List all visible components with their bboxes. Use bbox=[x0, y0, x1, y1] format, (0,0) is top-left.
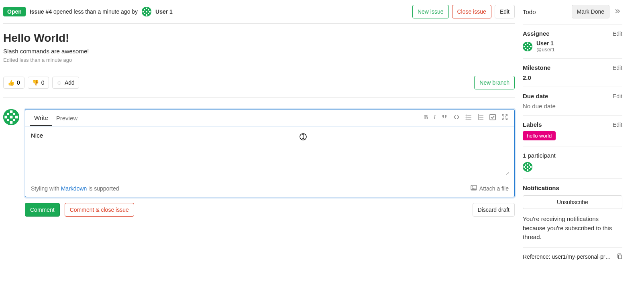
assignee-title: Assignee bbox=[523, 30, 550, 37]
comment-textarea[interactable]: Nice bbox=[30, 131, 509, 175]
code-icon[interactable] bbox=[453, 114, 460, 122]
due-date-title: Due date bbox=[523, 93, 548, 99]
status-badge: Open bbox=[3, 7, 26, 16]
reference-row: Reference: user1/my-personal-pr… bbox=[523, 248, 622, 260]
italic-icon[interactable]: I bbox=[434, 114, 436, 122]
issue-description: Slash commands are awesome! bbox=[3, 48, 515, 55]
svg-rect-26 bbox=[618, 255, 622, 259]
notifications-reason: You're receiving notifications because y… bbox=[523, 215, 622, 242]
styling-hint: Styling with Markdown is supported bbox=[31, 185, 119, 192]
quote-icon[interactable] bbox=[441, 114, 448, 122]
attach-file-button[interactable]: Attach a file bbox=[471, 184, 509, 192]
close-issue-button[interactable]: Close issue bbox=[452, 5, 491, 18]
author-name[interactable]: User 1 bbox=[155, 8, 173, 15]
new-issue-button[interactable]: New issue bbox=[412, 5, 449, 18]
unsubscribe-button[interactable]: Unsubscribe bbox=[523, 195, 622, 209]
edit-issue-button[interactable]: Edit bbox=[495, 5, 515, 18]
participant-avatar[interactable] bbox=[523, 162, 532, 172]
label-chip[interactable]: hello world bbox=[523, 131, 556, 140]
milestone-edit[interactable]: Edit bbox=[613, 65, 622, 71]
issue-title: Hello World! bbox=[3, 32, 515, 45]
svg-rect-11 bbox=[467, 115, 471, 116]
bold-icon[interactable]: B bbox=[424, 114, 428, 122]
svg-rect-17 bbox=[479, 117, 483, 118]
issue-ref: Issue #4 bbox=[30, 8, 52, 15]
svg-rect-21 bbox=[478, 118, 479, 120]
assignee-name: User 1 bbox=[536, 40, 555, 47]
tab-write[interactable]: Write bbox=[30, 109, 52, 126]
reference-text: Reference: user1/my-personal-pr… bbox=[523, 253, 611, 260]
issue-header: Open Issue #4 opened less than a minute … bbox=[3, 3, 515, 24]
opened-text: opened less than a minute ago by bbox=[53, 8, 138, 15]
svg-point-24 bbox=[472, 187, 473, 188]
task-list-icon[interactable] bbox=[489, 114, 496, 122]
assignee-edit[interactable]: Edit bbox=[613, 30, 622, 37]
labels-title: Labels bbox=[523, 121, 542, 128]
new-branch-button[interactable]: New branch bbox=[474, 76, 515, 89]
editor-toolbar: B I bbox=[424, 114, 509, 122]
svg-point-12 bbox=[466, 117, 467, 118]
svg-rect-18 bbox=[479, 119, 483, 120]
markdown-link[interactable]: Markdown bbox=[61, 185, 87, 192]
svg-rect-16 bbox=[479, 115, 483, 116]
labels-edit[interactable]: Edit bbox=[613, 122, 622, 128]
svg-rect-19 bbox=[478, 114, 479, 116]
copy-reference-icon[interactable] bbox=[617, 253, 622, 260]
smiley-icon: ☺ bbox=[57, 79, 62, 86]
bullet-list-icon[interactable] bbox=[465, 114, 472, 122]
numbered-list-icon[interactable] bbox=[477, 114, 484, 122]
assignee-value[interactable]: User 1 @user1 bbox=[523, 40, 622, 53]
reactions-row: 👍 0 👎 0 ☺ Add New branch bbox=[3, 70, 515, 98]
fullscreen-icon[interactable] bbox=[501, 114, 508, 122]
due-date-value: No due date bbox=[523, 103, 622, 109]
thumbs-down-count: 0 bbox=[41, 79, 45, 86]
add-reaction-label: Add bbox=[65, 79, 75, 86]
mark-done-button[interactable]: Mark Done bbox=[572, 5, 609, 18]
milestone-value[interactable]: 2.0 bbox=[523, 74, 622, 81]
svg-rect-13 bbox=[467, 117, 471, 118]
comment-editor: Write Preview B I Nice bbox=[25, 109, 515, 197]
milestone-title: Milestone bbox=[523, 64, 550, 71]
thumbs-up-button[interactable]: 👍 0 bbox=[3, 77, 24, 89]
assignee-avatar bbox=[523, 42, 532, 51]
current-user-avatar bbox=[3, 109, 19, 125]
svg-point-14 bbox=[466, 119, 467, 120]
tab-preview[interactable]: Preview bbox=[52, 110, 82, 126]
thumbs-down-icon: 👎 bbox=[32, 79, 39, 86]
thumbs-up-count: 0 bbox=[17, 79, 20, 86]
svg-rect-20 bbox=[478, 116, 479, 118]
issue-meta: Issue #4 opened less than a minute ago b… bbox=[30, 8, 138, 15]
comment-button[interactable]: Comment bbox=[25, 203, 60, 217]
expand-sidebar-icon[interactable] bbox=[613, 7, 622, 17]
add-reaction-button[interactable]: ☺ Add bbox=[52, 77, 79, 89]
issue-edited-note: Edited less than a minute ago bbox=[3, 57, 515, 63]
author-avatar[interactable] bbox=[142, 7, 151, 16]
discard-draft-button[interactable]: Discard draft bbox=[473, 203, 515, 217]
thumbs-down-button[interactable]: 👎 0 bbox=[28, 77, 49, 89]
thumbs-up-icon: 👍 bbox=[8, 79, 14, 86]
image-icon bbox=[471, 184, 477, 192]
assignee-handle: @user1 bbox=[536, 47, 555, 53]
participants-text: 1 participant bbox=[523, 152, 622, 159]
notifications-title: Notifications bbox=[523, 184, 559, 191]
svg-rect-15 bbox=[467, 119, 471, 120]
todo-label: Todo bbox=[523, 8, 536, 15]
due-date-edit[interactable]: Edit bbox=[613, 93, 622, 99]
svg-rect-22 bbox=[490, 114, 495, 120]
sidebar: Todo Mark Done Assignee Edit User 1 @use… bbox=[518, 0, 630, 296]
svg-point-10 bbox=[466, 115, 467, 116]
comment-close-button[interactable]: Comment & close issue bbox=[65, 203, 134, 217]
